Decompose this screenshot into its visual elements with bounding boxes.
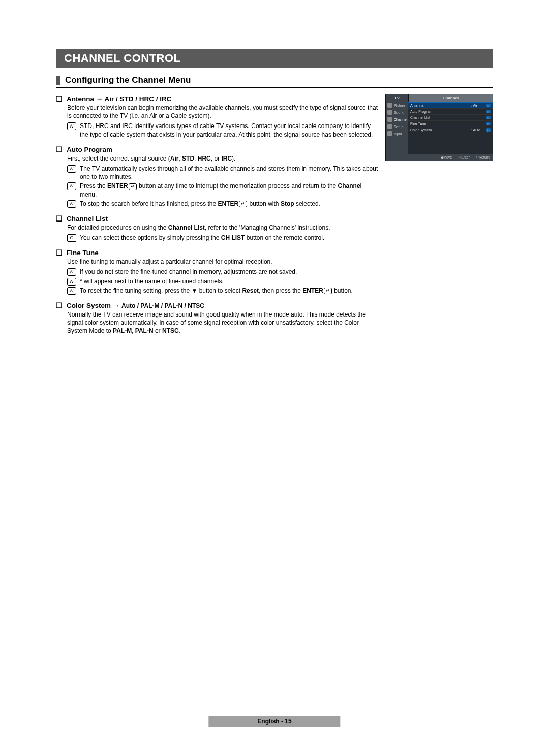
osd-side-setup: Setup — [386, 123, 408, 130]
finetune-notes: N If you do not store the fine-tuned cha… — [67, 268, 380, 295]
checkbox-icon: ❏ — [56, 249, 63, 256]
osd-header: TV Channel — [386, 94, 493, 102]
colorsystem-body: Normally the TV can receive image and so… — [67, 310, 380, 335]
osd-side-input: Input — [386, 130, 408, 137]
finetune-body: Use fine tuning to manually adjust a par… — [67, 258, 380, 266]
finetune-title: Fine Tune — [67, 249, 99, 257]
manual-page: CHANNEL CONTROL Configuring the Channel … — [0, 0, 549, 756]
page-footer: English - 15 — [208, 716, 340, 727]
input-icon — [387, 131, 392, 136]
osd-row-colorsystem: Color System: Auto▷ — [408, 127, 493, 133]
list-item: N The TV automatically cycles through al… — [67, 165, 380, 181]
osd-tv-label: TV — [386, 94, 409, 102]
section-antenna-title: ❏ Antenna → Air / STD / HRC / IRC — [56, 95, 380, 103]
chevron-right-icon: ▷ — [486, 122, 491, 125]
autoprogram-body: First, select the correct signal source … — [67, 154, 380, 163]
colorsystem-title: Color System → Auto / PAL-M / PAL-N / NT… — [67, 302, 204, 309]
sound-icon — [387, 110, 392, 115]
note-icon: N — [67, 182, 76, 190]
section-colorsystem-title: ❏ Color System → Auto / PAL-M / PAL-N / … — [56, 302, 380, 309]
osd-row-finetune: Fine Tune▷ — [408, 121, 493, 127]
list-item: N STD, HRC and IRC identify various type… — [67, 122, 380, 138]
note-text: STD, HRC and IRC identify various types … — [80, 122, 380, 138]
note-text: * will appear next to the name of fine-t… — [80, 277, 224, 286]
subheading-row: Configuring the Channel Menu — [56, 75, 493, 88]
osd-side-picture: Picture — [386, 102, 408, 109]
autoprogram-title: Auto Program — [67, 146, 112, 153]
chevron-right-icon: ▷ — [486, 110, 491, 113]
osd-row-autoprogram: Auto Program▷ — [408, 109, 493, 115]
list-item: N Press the ENTER↵ button at any time to… — [67, 182, 380, 198]
channellist-title: Channel List — [67, 215, 108, 223]
antenna-title: Antenna → Air / STD / HRC / IRC — [67, 95, 172, 103]
note-text: If you do not store the fine-tuned chann… — [80, 268, 297, 276]
note-text: To reset the fine tuning setting, press … — [80, 287, 353, 295]
list-item: N * will appear next to the name of fine… — [67, 277, 380, 286]
picture-icon — [387, 103, 392, 108]
osd-footer: ◆Move ⏎Enter ↶Return — [386, 154, 493, 161]
note-icon: N — [67, 278, 76, 286]
note-icon: N — [67, 268, 76, 276]
list-item: N To stop the search before it has finis… — [67, 200, 380, 208]
osd-return-hint: ↶Return — [476, 155, 490, 160]
subheading-text: Configuring the Channel Menu — [65, 75, 191, 85]
chevron-right-icon: ▷ — [486, 104, 491, 107]
content-area: ❏ Antenna → Air / STD / HRC / IRC Before… — [56, 94, 493, 335]
channellist-notes: O You can select these options by simply… — [67, 234, 380, 242]
chevron-right-icon: ▷ — [486, 128, 491, 132]
osd-row-antenna: Antenna: Air▷ — [408, 103, 493, 109]
enter-icon: ↵ — [324, 288, 332, 294]
note-text: To stop the search before it has finishe… — [80, 200, 320, 208]
page-title: CHANNEL CONTROL — [64, 52, 181, 65]
channellist-body: For detailed procedures on using the Cha… — [67, 224, 380, 232]
page-title-bar: CHANNEL CONTROL — [56, 49, 493, 68]
section-finetune-title: ❏ Fine Tune — [56, 249, 380, 257]
remote-icon: O — [67, 234, 76, 242]
text-column: ❏ Antenna → Air / STD / HRC / IRC Before… — [56, 94, 380, 335]
osd-side-channel: Channel — [386, 116, 408, 123]
note-icon: N — [67, 122, 76, 130]
page-number: English - 15 — [257, 718, 291, 725]
osd-illustration: TV Channel Picture Sound Channel Setup I… — [385, 94, 493, 161]
subheading-marker — [56, 76, 60, 85]
checkbox-icon: ❏ — [56, 302, 63, 309]
list-item: N If you do not store the fine-tuned cha… — [67, 268, 380, 276]
setup-icon — [387, 124, 392, 129]
osd-tab-label: Channel — [409, 94, 493, 102]
checkbox-icon: ❏ — [56, 146, 63, 153]
antenna-notes: N STD, HRC and IRC identify various type… — [67, 122, 380, 138]
enter-icon: ↵ — [129, 183, 137, 190]
osd-enter-hint: ⏎Enter — [458, 155, 470, 160]
note-text: Press the ENTER↵ button at any time to i… — [80, 182, 380, 198]
note-icon: N — [67, 165, 76, 173]
list-item: N To reset the fine tuning setting, pres… — [67, 287, 380, 295]
checkbox-icon: ❏ — [56, 215, 63, 222]
checkbox-icon: ❏ — [56, 95, 63, 102]
osd-sidebar: Picture Sound Channel Setup Input — [386, 102, 408, 154]
section-autoprogram-title: ❏ Auto Program — [56, 146, 380, 153]
note-text: The TV automatically cycles through all … — [80, 165, 380, 181]
osd-side-sound: Sound — [386, 109, 408, 116]
autoprogram-notes: N The TV automatically cycles through al… — [67, 165, 380, 208]
note-icon: N — [67, 287, 76, 295]
osd-body: Picture Sound Channel Setup Input Antenn… — [386, 102, 493, 154]
list-item: O You can select these options by simply… — [67, 234, 380, 242]
osd-move-hint: ◆Move — [441, 155, 452, 160]
antenna-body: Before your television can begin memoriz… — [67, 104, 380, 120]
chevron-right-icon: ▷ — [486, 116, 491, 119]
section-channellist-title: ❏ Channel List — [56, 215, 380, 223]
note-icon: N — [67, 200, 76, 208]
channel-icon — [387, 117, 392, 122]
note-text: You can select these options by simply p… — [80, 234, 324, 242]
enter-icon: ↵ — [239, 201, 247, 207]
osd-row-channellist: Channel List▷ — [408, 115, 493, 121]
osd-main: Antenna: Air▷ Auto Program▷ Channel List… — [408, 102, 493, 154]
